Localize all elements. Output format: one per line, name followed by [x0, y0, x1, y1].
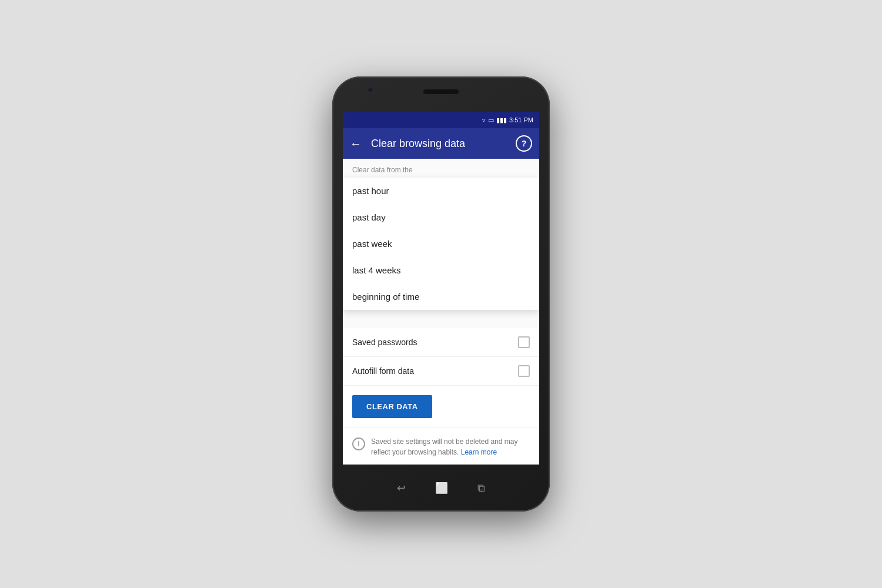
app-bar: ← Clear browsing data ?: [343, 128, 539, 159]
autofill-checkbox[interactable]: [518, 365, 530, 377]
back-button[interactable]: ←: [350, 137, 362, 151]
phone-top: [332, 76, 550, 112]
option-beginning-of-time[interactable]: beginning of time: [343, 283, 539, 310]
autofill-label: Autofill form data: [352, 366, 518, 376]
app-bar-title: Clear browsing data: [371, 138, 516, 150]
clear-data-section: CLEAR DATA: [343, 386, 539, 428]
option-past-day[interactable]: past day: [343, 204, 539, 230]
wifi-icon: ▿: [482, 116, 486, 124]
nav-back-button[interactable]: ↩: [397, 482, 406, 495]
phone-device: ▿ ▭ ▮▮▮ 3:51 PM ← Clear browsing data ? …: [332, 76, 550, 512]
status-time: 3:51 PM: [509, 116, 533, 123]
help-button[interactable]: ?: [516, 135, 532, 152]
checkbox-saved-passwords[interactable]: Saved passwords: [343, 328, 539, 357]
option-last-4-weeks[interactable]: last 4 weeks: [343, 257, 539, 283]
status-bar: ▿ ▭ ▮▮▮ 3:51 PM: [343, 112, 539, 128]
battery-icon: ▮▮▮: [496, 116, 507, 124]
nav-recent-button[interactable]: ⧉: [477, 482, 485, 495]
phone-screen: ▿ ▭ ▮▮▮ 3:51 PM ← Clear browsing data ? …: [343, 112, 539, 465]
info-icon: i: [352, 437, 365, 450]
main-content: Clear data from the beginning of time ▾ …: [343, 159, 539, 465]
clear-data-button[interactable]: CLEAR DATA: [352, 395, 432, 418]
status-icons: ▿ ▭ ▮▮▮ 3:51 PM: [482, 116, 533, 124]
learn-more-link[interactable]: Learn more: [461, 448, 497, 456]
phone-bottom-bar: ↩ ⬜ ⧉: [332, 465, 550, 512]
section-label: Clear data from the: [343, 159, 539, 178]
checkboxes-area: Saved passwords Autofill form data: [343, 328, 539, 386]
option-past-week[interactable]: past week: [343, 230, 539, 257]
saved-passwords-label: Saved passwords: [352, 338, 518, 347]
dropdown-menu: past hour past day past week last 4 week…: [343, 178, 539, 310]
info-text: Saved site settings will not be deleted …: [371, 436, 530, 457]
sim-icon: ▭: [488, 116, 494, 124]
dropdown-region: beginning of time ▾ past hour past day p…: [343, 178, 539, 202]
saved-passwords-checkbox[interactable]: [518, 336, 530, 348]
info-section: i Saved site settings will not be delete…: [343, 428, 539, 465]
phone-camera: [368, 87, 373, 93]
nav-home-button[interactable]: ⬜: [435, 482, 448, 495]
phone-speaker: [423, 89, 459, 94]
checkbox-autofill[interactable]: Autofill form data: [343, 357, 539, 386]
option-past-hour[interactable]: past hour: [343, 178, 539, 204]
